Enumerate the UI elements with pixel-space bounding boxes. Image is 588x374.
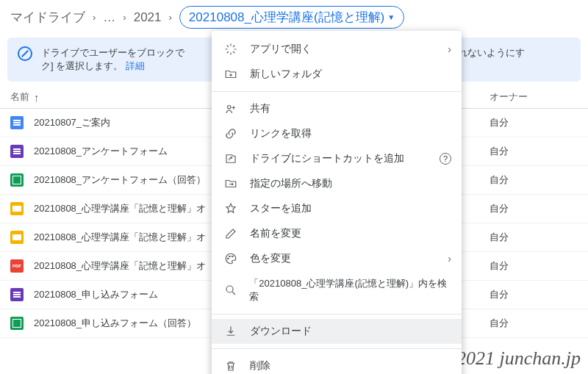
file-name: 20210808_アンケートフォーム (34, 145, 168, 158)
open-with-icon (223, 43, 238, 56)
notice-link[interactable]: 詳細 (126, 60, 145, 71)
file-owner: 自分 (490, 145, 578, 158)
slides-file-icon (10, 231, 24, 244)
file-owner: 自分 (490, 231, 578, 244)
file-name: 20210807_ご案内 (34, 116, 110, 129)
move-icon (223, 177, 238, 190)
svg-point-3 (232, 256, 234, 257)
help-icon[interactable]: ? (440, 153, 451, 165)
block-icon (18, 46, 32, 61)
chevron-right-icon: › (448, 253, 451, 265)
file-owner: 自分 (490, 202, 578, 215)
forms-file-icon (10, 288, 24, 301)
notice-text-3: ク] を選択します。 (41, 60, 123, 71)
chevron-right-icon: › (90, 12, 98, 23)
share-icon (223, 102, 238, 115)
crumb-root[interactable]: マイドライブ (10, 9, 85, 26)
download-icon (223, 325, 238, 338)
file-owner: 自分 (490, 116, 578, 129)
link-icon (223, 127, 238, 140)
forms-file-icon (10, 145, 24, 158)
header-owner[interactable]: オーナー (490, 90, 578, 104)
menu-add-shortcut[interactable]: ドライブにショートカットを追加 ? (212, 146, 462, 171)
search-icon (223, 284, 237, 297)
docs-file-icon (10, 116, 24, 129)
svg-point-2 (229, 256, 231, 257)
chevron-right-icon: › (448, 43, 451, 55)
sheets-file-icon (10, 317, 24, 330)
breadcrumb: マイドライブ › … › 2021 › 20210808_心理学講座(記憶と理解… (0, 0, 588, 35)
chevron-right-icon: › (120, 12, 129, 23)
menu-move-to[interactable]: 指定の場所へ移動 (212, 171, 462, 196)
folder-context-menu: アプリで開く › 新しいフォルダ 共有 リンクを取得 ドライブにショートカットを… (212, 31, 462, 374)
new-folder-icon (223, 68, 238, 81)
menu-download[interactable]: ダウンロード (212, 319, 462, 344)
crumb-ellipsis[interactable]: … (103, 10, 115, 25)
star-icon (223, 202, 238, 215)
menu-rename[interactable]: 名前を変更 (212, 221, 462, 246)
menu-share[interactable]: 共有 (212, 96, 462, 121)
pdf-file-icon: PDF (10, 259, 24, 273)
svg-point-4 (226, 286, 233, 292)
menu-separator (212, 348, 462, 349)
shortcut-icon (223, 152, 238, 165)
rename-icon (223, 227, 238, 240)
file-name: 20210808_心理学講座「記憶と理解」オ (34, 259, 206, 273)
file-name: 20210808_心理学講座「記憶と理解」オ (34, 231, 206, 244)
file-owner: 自分 (490, 317, 578, 330)
slides-file-icon (10, 202, 24, 215)
dropdown-caret-icon: ▼ (387, 13, 395, 21)
file-owner: 自分 (490, 288, 578, 301)
sort-ascending-icon: ↑ (34, 91, 40, 104)
crumb-year[interactable]: 2021 (134, 10, 162, 25)
menu-get-link[interactable]: リンクを取得 (212, 121, 462, 146)
menu-search-in[interactable]: 「20210808_心理学講座(記憶と理解)」内を検索 (212, 271, 462, 309)
svg-point-0 (228, 106, 232, 109)
trash-icon (223, 359, 238, 373)
menu-delete[interactable]: 削除 (212, 353, 462, 374)
menu-separator (212, 314, 462, 314)
file-name: 20210808_アンケートフォーム（回答） (34, 173, 206, 187)
menu-add-star[interactable]: スターを追加 (212, 196, 462, 221)
crumb-active-label: 20210808_心理学講座(記憶と理解) (189, 9, 384, 26)
sheets-file-icon (10, 173, 24, 187)
menu-new-folder[interactable]: 新しいフォルダ (212, 62, 462, 87)
file-name: 20210808_心理学講座「記憶と理解」オ (34, 202, 206, 215)
svg-point-1 (228, 258, 229, 259)
file-owner: 自分 (490, 259, 578, 273)
watermark: ©2021 junchan.jp (442, 348, 581, 370)
menu-open-with[interactable]: アプリで開く › (212, 37, 462, 62)
crumb-active-folder[interactable]: 20210808_心理学講座(記憶と理解) ▼ (179, 6, 404, 29)
file-name: 20210808_申し込みフォーム (34, 288, 158, 301)
file-name: 20210808_申し込みフォーム（回答） (34, 317, 196, 330)
file-owner: 自分 (490, 173, 578, 187)
notice-text-1: ドライブでユーザーをブロックで (41, 47, 184, 58)
chevron-right-icon: › (166, 12, 175, 23)
menu-separator (212, 91, 462, 92)
menu-change-color[interactable]: 色を変更 › (212, 246, 462, 271)
palette-icon (223, 252, 238, 265)
